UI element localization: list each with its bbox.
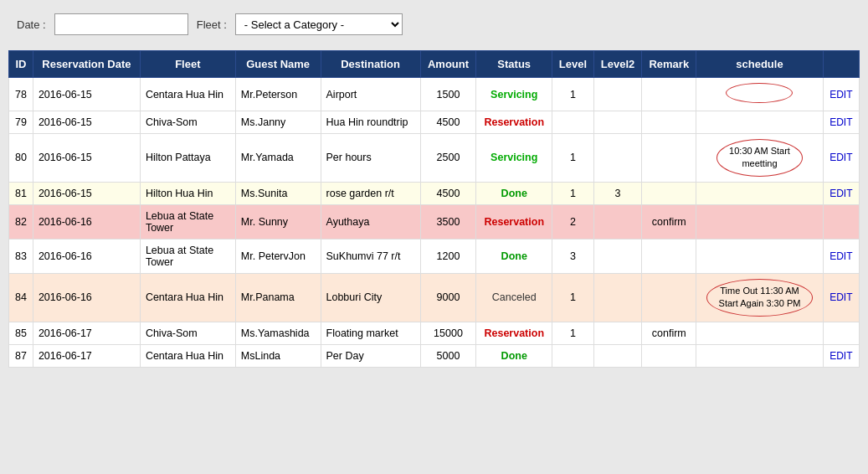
cell-status: Done: [476, 239, 552, 273]
cell-schedule: [696, 239, 823, 273]
cell-level2: 3: [593, 182, 641, 204]
cell-amount: 4500: [420, 182, 476, 204]
fleet-select[interactable]: - Select a Category -Centara Hua HinChiv…: [235, 13, 403, 35]
cell-remark: [642, 344, 696, 367]
cell-fleet: Centara Hua Hin: [140, 273, 235, 322]
cell-date: 2016-06-15: [33, 78, 140, 111]
cell-level: 1: [552, 322, 594, 344]
col-header-schedule: schedule: [696, 51, 823, 78]
table-row: 802016-06-15Hilton PattayaMr.YamadaPer h…: [9, 134, 860, 183]
cell-status: Servicing: [476, 78, 552, 111]
edit-link[interactable]: EDIT: [829, 250, 852, 262]
cell-level: 1: [552, 182, 594, 204]
cell-schedule: [696, 111, 823, 134]
reservations-table: IDReservation DateFleetGuest NameDestina…: [8, 50, 860, 368]
cell-id: 79: [9, 111, 33, 134]
cell-date: 2016-06-16: [33, 204, 140, 239]
cell-level2: [593, 134, 641, 183]
edit-link[interactable]: EDIT: [829, 291, 852, 303]
cell-level2: [593, 273, 641, 322]
cell-fleet: Centara Hua Hin: [140, 78, 235, 111]
table-row: 842016-06-16Centara Hua HinMr.PanamaLobb…: [9, 273, 860, 322]
cell-edit[interactable]: EDIT: [823, 111, 859, 134]
cell-edit[interactable]: EDIT: [823, 182, 859, 204]
cell-level2: [593, 239, 641, 273]
cell-amount: 15000: [420, 322, 476, 344]
cell-edit[interactable]: EDIT: [823, 134, 859, 183]
col-header-: [823, 51, 859, 78]
cell-level: 1: [552, 134, 594, 183]
cell-destination: Hua Hin roundtrip: [321, 111, 420, 134]
cell-guest: Ms.Yamashida: [235, 322, 321, 344]
cell-date: 2016-06-15: [33, 182, 140, 204]
cell-destination: SuKhumvi 77 r/t: [321, 239, 420, 273]
cell-guest: Mr.Peterson: [235, 78, 321, 111]
cell-level: [552, 344, 594, 367]
cell-level: [552, 111, 594, 134]
cell-edit: [823, 204, 859, 239]
cell-guest: Mr.Yamada: [235, 134, 321, 183]
cell-edit[interactable]: EDIT: [823, 78, 859, 111]
cell-date: 2016-06-16: [33, 273, 140, 322]
cell-date: 2016-06-17: [33, 322, 140, 344]
cell-amount: 4500: [420, 111, 476, 134]
cell-destination: Per Day: [321, 344, 420, 367]
cell-remark: [642, 134, 696, 183]
cell-level: 2: [552, 204, 594, 239]
cell-schedule: 10:30 AM Start meetting: [696, 134, 823, 183]
cell-schedule: [696, 78, 823, 111]
cell-date: 2016-06-16: [33, 239, 140, 273]
cell-fleet: Chiva-Som: [140, 111, 235, 134]
cell-amount: 5000: [420, 344, 476, 367]
col-header-guest-name: Guest Name: [235, 51, 321, 78]
cell-destination: Ayuthaya: [321, 204, 420, 239]
col-header-level2: Level2: [593, 51, 641, 78]
table-row: 822016-06-16Lebua at State TowerMr. Sunn…: [9, 204, 860, 239]
col-header-id: ID: [9, 51, 33, 78]
cell-remark: confirm: [642, 322, 696, 344]
cell-level2: [593, 204, 641, 239]
cell-destination: Airport: [321, 78, 420, 111]
cell-fleet: Hilton Pattaya: [140, 134, 235, 183]
edit-link[interactable]: EDIT: [829, 350, 852, 362]
cell-amount: 3500: [420, 204, 476, 239]
cell-level2: [593, 78, 641, 111]
cell-remark: [642, 273, 696, 322]
cell-schedule: [696, 344, 823, 367]
cell-level2: [593, 322, 641, 344]
table-header-row: IDReservation DateFleetGuest NameDestina…: [9, 51, 860, 78]
edit-link[interactable]: EDIT: [829, 152, 852, 163]
cell-remark: [642, 239, 696, 273]
cell-guest: MsLinda: [235, 344, 321, 367]
cell-level: 3: [552, 239, 594, 273]
cell-status: Servicing: [476, 134, 552, 183]
cell-fleet: Hilton Hua Hin: [140, 182, 235, 204]
col-header-reservation-date: Reservation Date: [33, 51, 140, 78]
cell-edit[interactable]: EDIT: [823, 344, 859, 367]
date-input[interactable]: [54, 13, 188, 35]
cell-status: Reservation: [476, 322, 552, 344]
edit-link[interactable]: EDIT: [829, 188, 852, 199]
cell-edit[interactable]: EDIT: [823, 273, 859, 322]
edit-link[interactable]: EDIT: [829, 116, 852, 128]
col-header-fleet: Fleet: [140, 51, 235, 78]
table-row: 792016-06-15Chiva-SomMs.JannyHua Hin rou…: [9, 111, 860, 134]
cell-date: 2016-06-15: [33, 111, 140, 134]
cell-id: 84: [9, 273, 33, 322]
cell-fleet: Chiva-Som: [140, 322, 235, 344]
cell-id: 82: [9, 204, 33, 239]
edit-link[interactable]: EDIT: [829, 89, 852, 100]
cell-date: 2016-06-17: [33, 344, 140, 367]
col-header-amount: Amount: [420, 51, 476, 78]
cell-fleet: Centara Hua Hin: [140, 344, 235, 367]
table-row: 812016-06-15Hilton Hua HinMs.Sunitarose …: [9, 182, 860, 204]
table-row: 872016-06-17Centara Hua HinMsLindaPer Da…: [9, 344, 860, 367]
cell-guest: Ms.Sunita: [235, 182, 321, 204]
cell-status: Canceled: [476, 273, 552, 322]
cell-id: 81: [9, 182, 33, 204]
cell-edit[interactable]: EDIT: [823, 239, 859, 273]
col-header-status: Status: [476, 51, 552, 78]
cell-id: 85: [9, 322, 33, 344]
table-row: 852016-06-17Chiva-SomMs.YamashidaFloatin…: [9, 322, 860, 344]
table-body: 782016-06-15Centara Hua HinMr.PetersonAi…: [9, 78, 860, 368]
